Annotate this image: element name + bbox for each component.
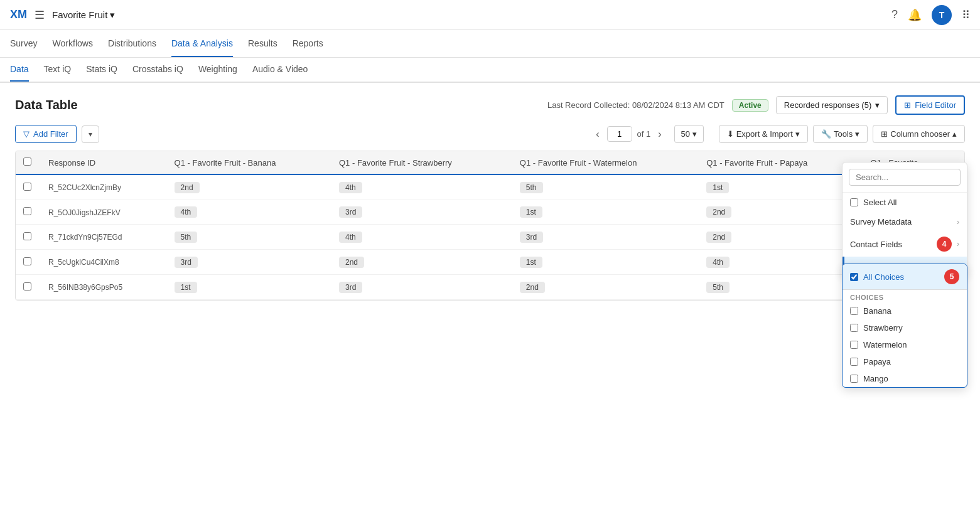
select-all-item[interactable]: Select All <box>843 193 967 212</box>
q1-choices-panel: All Choices 5 Choices BananaStrawberryWa… <box>842 264 967 313</box>
row-checkbox-cell[interactable] <box>16 250 41 275</box>
watermelon-cell: 1st <box>512 200 699 225</box>
active-badge: Active <box>732 99 768 112</box>
dt-header: Data Table Last Record Collected: 08/02/… <box>15 95 965 115</box>
data-table-title: Data Table <box>15 98 78 112</box>
survey-name-text: Favorite Fruit <box>52 9 107 20</box>
papaya-cell: 4th <box>699 250 863 275</box>
q1-choices-list: BananaStrawberryWatermelonPapayaMango <box>843 302 967 313</box>
top-right-icons: ? 🔔 T ⠿ <box>891 5 970 25</box>
tools-label: Tools <box>834 129 853 139</box>
help-icon[interactable]: ? <box>891 8 898 21</box>
contact-fields-item[interactable]: Contact Fields 4 › <box>843 232 967 257</box>
subnav-crosstabs-iq[interactable]: Crosstabs iQ <box>132 58 183 82</box>
table-row: R_56INB38y6GpsPo5 1st 3rd 2nd 5th th ··· <box>16 275 964 300</box>
chevron-right-icon: › <box>957 240 959 248</box>
row-checkbox-cell[interactable] <box>16 225 41 250</box>
table-row: R_5cUgklCu4CilXm8 3rd 2nd 1st 4th th ··· <box>16 250 964 275</box>
filter-dropdown-button[interactable]: ▾ <box>82 125 99 143</box>
chevron-right-icon: › <box>957 218 959 227</box>
choice-label: Banana <box>863 306 891 313</box>
nav-data-analysis[interactable]: Data & Analysis <box>171 31 233 57</box>
user-avatar[interactable]: T <box>932 5 952 25</box>
col-papaya: Q1 - Favorite Fruit - Papaya <box>699 151 863 174</box>
select-all-checkbox[interactable] <box>23 157 31 166</box>
subnav-weighting[interactable]: Weighting <box>198 58 237 82</box>
row-checkbox[interactable] <box>23 257 31 265</box>
row-checkbox-cell[interactable] <box>16 174 41 200</box>
watermelon-cell: 2nd <box>512 275 699 300</box>
bell-icon[interactable]: 🔔 <box>908 8 922 22</box>
table-body: R_52CUc2XlcnZjmBy 2nd 4th 5th 1st 3 ··· … <box>16 174 964 300</box>
papaya-cell: 2nd <box>699 200 863 225</box>
papaya-cell: 1st <box>699 174 863 200</box>
all-choices-checkbox[interactable] <box>850 273 858 281</box>
field-editor-button[interactable]: ⊞ Field Editor <box>895 95 965 115</box>
table-row: R_71ckdYn9Cj57EGd 5th 4th 3rd 2nd st ··· <box>16 225 964 250</box>
watermelon-cell: 5th <box>512 174 699 200</box>
nav-survey[interactable]: Survey <box>10 31 38 57</box>
chevron-down-icon: ▾ <box>692 129 697 139</box>
row-checkbox[interactable] <box>23 183 31 191</box>
toolbar: ▽ Add Filter ▾ ‹ of 1 › 50 ▾ ⬇ Export & … <box>15 125 965 143</box>
row-checkbox[interactable] <box>23 232 31 240</box>
watermelon-cell: 3rd <box>512 225 699 250</box>
banana-cell: 2nd <box>167 174 331 200</box>
add-filter-button[interactable]: ▽ Add Filter <box>15 125 77 143</box>
subnav-data[interactable]: Data <box>10 58 29 82</box>
columns-icon: ⊞ <box>881 129 888 139</box>
row-checkbox-cell[interactable] <box>16 275 41 300</box>
chevron-down-icon: ▾ <box>875 100 880 110</box>
select-all-column-checkbox[interactable] <box>850 198 858 206</box>
row-checkbox-cell[interactable] <box>16 200 41 225</box>
last-record-label: Last Record Collected: 08/02/2024 8:13 A… <box>547 100 724 110</box>
export-import-label: Export & Import <box>736 129 793 139</box>
col-response-id: Response ID <box>41 151 167 174</box>
row-checkbox[interactable] <box>23 207 31 215</box>
nav-workflows[interactable]: Workflows <box>53 31 93 57</box>
response-id-cell: R_56INB38y6GpsPo5 <box>41 275 167 300</box>
hamburger-menu[interactable]: ☰ <box>35 8 45 22</box>
column-chooser-dropdown: Select All Survey Metadata › Contact Fie… <box>842 162 967 277</box>
column-chooser-button[interactable]: ⊞ Column chooser ▴ <box>873 125 965 143</box>
contact-fields-label: Contact Fields <box>850 240 902 249</box>
prev-page-button[interactable]: ‹ <box>593 126 601 142</box>
all-choices-item[interactable]: All Choices 5 <box>843 264 967 290</box>
tools-button[interactable]: 🔧 Tools ▾ <box>813 125 868 143</box>
nav-results[interactable]: Results <box>248 31 277 57</box>
subnav-stats-iq[interactable]: Stats iQ <box>86 58 117 82</box>
choices-section-label: Choices <box>843 290 967 302</box>
results-table: Response ID Q1 - Favorite Fruit - Banana… <box>16 151 964 300</box>
subnav-text-iq[interactable]: Text iQ <box>44 58 72 82</box>
strawberry-cell: 3rd <box>331 275 512 300</box>
per-page-button[interactable]: 50 ▾ <box>674 125 704 143</box>
apps-grid-icon[interactable]: ⠿ <box>962 8 970 22</box>
q1-choice-item[interactable]: Banana <box>843 302 967 313</box>
survey-metadata-label: Survey Metadata <box>850 217 912 227</box>
nav-reports[interactable]: Reports <box>293 31 323 57</box>
choice-checkbox[interactable] <box>850 307 858 313</box>
row-checkbox[interactable] <box>23 282 31 291</box>
nav-distributions[interactable]: Distributions <box>108 31 156 57</box>
subnav-audio-video[interactable]: Audio & Video <box>252 58 308 82</box>
column-chooser-label: Column chooser <box>890 129 950 139</box>
recorded-responses-button[interactable]: Recorded responses (5) ▾ <box>776 96 888 114</box>
survey-metadata-item[interactable]: Survey Metadata › <box>843 212 967 232</box>
response-id-cell: R_5cUgklCu4CilXm8 <box>41 250 167 275</box>
col-banana: Q1 - Favorite Fruit - Banana <box>167 151 331 174</box>
next-page-button[interactable]: › <box>655 126 664 142</box>
banana-cell: 1st <box>167 275 331 300</box>
select-all-header[interactable] <box>16 151 41 174</box>
export-import-button[interactable]: ⬇ Export & Import ▾ <box>719 125 808 143</box>
strawberry-cell: 3rd <box>331 200 512 225</box>
survey-name[interactable]: Favorite Fruit ▾ <box>52 9 115 21</box>
col-strawberry: Q1 - Favorite Fruit - Strawberry <box>331 151 512 174</box>
sub-nav: Data Text iQ Stats iQ Crosstabs iQ Weigh… <box>0 58 980 83</box>
xm-logo: XM <box>10 8 27 21</box>
column-search-input[interactable] <box>849 169 961 186</box>
chevron-down-icon: ▾ <box>795 129 800 139</box>
per-page-label: 50 <box>681 129 690 139</box>
page-input[interactable] <box>607 126 632 142</box>
field-editor-label: Field Editor <box>915 100 956 110</box>
banana-cell: 3rd <box>167 250 331 275</box>
